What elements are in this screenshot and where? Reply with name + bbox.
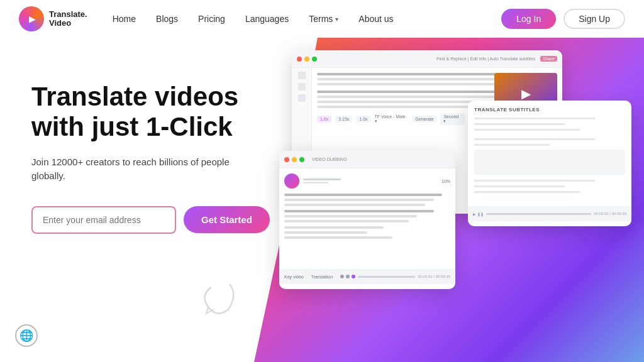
subtitles-mockup: TRANSLATE SUBTITLES ▶ ❚❚ 00:05:62 / 00:0… [468, 101, 631, 226]
hero-subtitle: Join 12000+ creators to reach billions o… [31, 155, 233, 184]
chevron-down-icon: ▾ [335, 16, 338, 23]
nav-languages[interactable]: Languages [245, 14, 289, 24]
signup-button[interactable]: Sign Up [564, 9, 625, 29]
mockups-area: Find & Replace | Edit Info | Auto Transl… [279, 50, 631, 358]
globe-icon: 🌐 [19, 329, 33, 343]
globe-button[interactable]: 🌐 [15, 324, 38, 347]
nav-blogs[interactable]: Blogs [156, 14, 178, 24]
logo-icon [19, 6, 44, 31]
video-toolbar: VIDEO DUBBING [279, 151, 455, 168]
video-controls: Key video Translation 00:05:62 / 00:09:3… [279, 269, 455, 284]
video-player-mockup: VIDEO DUBBING 10% [279, 151, 455, 289]
nav-terms[interactable]: Terms ▾ [309, 14, 338, 24]
login-button[interactable]: Log In [501, 9, 556, 29]
hero-section: Translate videos with just 1-Click Join … [31, 82, 270, 234]
editor-toolbar: Find & Replace | Edit Info | Auto Transl… [292, 50, 562, 68]
nav-links: Home Blogs Pricing Languages Terms ▾ Abo… [113, 14, 502, 24]
subtitle-controls: ▶ ❚❚ 00:05:62 / 00:09:35 [468, 206, 631, 221]
hero-title: Translate videos with just 1-Click [31, 82, 258, 143]
subtitle-panel-title: TRANSLATE SUBTITLES [474, 107, 625, 112]
share-button-mockup[interactable]: Share [540, 56, 557, 62]
logo-text: Translate. Video [49, 10, 87, 28]
logo[interactable]: Translate. Video [19, 6, 87, 31]
maximize-dot [312, 57, 317, 62]
nav-about[interactable]: About us [358, 14, 393, 24]
navbar: Translate. Video Home Blogs Pricing Lang… [0, 0, 644, 38]
email-input[interactable] [31, 206, 176, 234]
minimize-dot [304, 57, 309, 62]
nav-pricing[interactable]: Pricing [198, 14, 225, 24]
nav-actions: Log In Sign Up [501, 9, 625, 29]
avatar [284, 173, 299, 189]
toolbar-tabs: Find & Replace | Edit Info | Auto Transl… [436, 57, 535, 61]
close-dot [297, 57, 302, 62]
nav-home[interactable]: Home [113, 14, 136, 24]
swirl-decoration [197, 277, 242, 327]
get-started-button[interactable]: Get Started [184, 206, 270, 233]
hero-form: Get Started [31, 206, 270, 234]
